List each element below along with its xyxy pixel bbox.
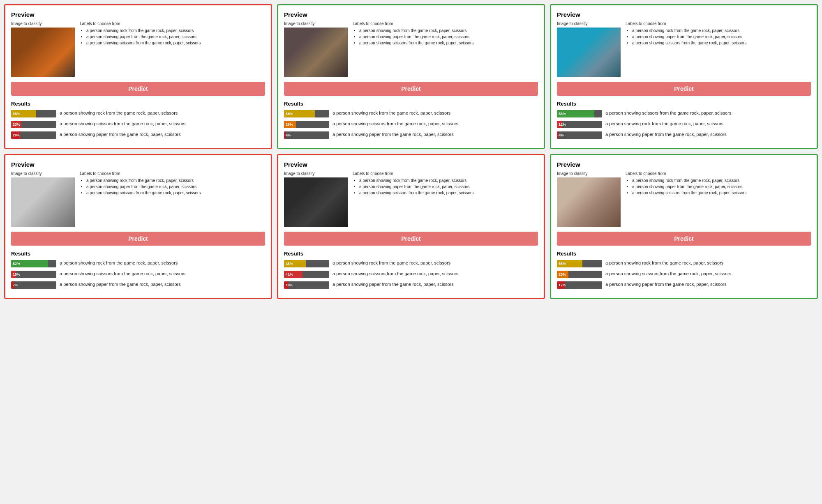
result-text-4-0: a person showing rock from the game rock… — [332, 260, 538, 266]
predict-button-0[interactable]: Predict — [11, 82, 265, 96]
bar-bg-5-1: 25% — [557, 271, 602, 278]
card-title-1: Preview — [284, 11, 538, 18]
bar-label-5-0: 56% — [559, 262, 566, 266]
labels-label-4: Labels to choose from — [353, 171, 538, 176]
label-list-5: a person showing rock from the game rock… — [626, 177, 811, 196]
bar-label-1-2: 4% — [286, 133, 291, 137]
preview-section-0: Image to classifyLabels to choose froma … — [11, 21, 265, 77]
label-item-3-2: a person showing scissors from the game … — [86, 190, 265, 196]
preview-right-2: Labels to choose froma person showing ro… — [626, 21, 811, 77]
result-row-1-2: 4%a person showing paper from the game r… — [284, 131, 538, 139]
preview-left-2: Image to classify — [557, 21, 621, 77]
preview-section-5: Image to classifyLabels to choose froma … — [557, 171, 811, 227]
image-label-5: Image to classify — [557, 171, 621, 176]
bar-bg-2-2: 4% — [557, 131, 602, 139]
card-card4: PreviewImage to classifyLabels to choose… — [4, 154, 272, 299]
bar-container-3-2: 7% — [11, 281, 56, 289]
result-row-5-1: 25%a person showing scissors from the ga… — [557, 271, 811, 278]
result-text-2-0: a person showing scissors from the game … — [605, 110, 811, 116]
labels-label-0: Labels to choose from — [80, 21, 265, 26]
image-label-3: Image to classify — [11, 171, 75, 176]
bar-bg-3-2: 7% — [11, 281, 56, 289]
bar-container-2-2: 4% — [557, 131, 602, 139]
card-card3: PreviewImage to classifyLabels to choose… — [550, 4, 818, 149]
predict-button-1[interactable]: Predict — [284, 82, 538, 96]
result-text-3-1: a person showing scissors from the game … — [60, 271, 265, 277]
card-card2: PreviewImage to classifyLabels to choose… — [277, 4, 545, 149]
preview-left-4: Image to classify — [284, 171, 348, 227]
preview-right-4: Labels to choose froma person showing ro… — [353, 171, 538, 227]
label-item-2-1: a person showing paper from the game roc… — [632, 34, 811, 40]
bar-bg-1-1: 26% — [284, 121, 329, 128]
label-item-4-2: a person showing scissors from the game … — [359, 190, 538, 196]
bar-label-4-2: 10% — [286, 283, 293, 287]
labels-label-1: Labels to choose from — [353, 21, 538, 26]
bar-container-4-0: 48% — [284, 260, 329, 267]
preview-image-4 — [284, 177, 348, 227]
result-text-1-0: a person showing rock from the game rock… — [332, 110, 538, 116]
result-row-5-2: 17%a person showing paper from the game … — [557, 281, 811, 289]
results-title-0: Results — [11, 101, 265, 107]
predict-button-5[interactable]: Predict — [557, 232, 811, 246]
result-row-4-2: 10%a person showing paper from the game … — [284, 281, 538, 289]
bar-bg-3-0: 82% — [11, 260, 56, 267]
bar-container-5-0: 56% — [557, 260, 602, 267]
preview-image-2 — [557, 28, 621, 77]
bar-bg-1-0: 68% — [284, 110, 329, 117]
result-row-2-0: 83%a person showing scissors from the ga… — [557, 110, 811, 117]
bar-label-0-2: 20% — [13, 133, 20, 137]
label-item-5-1: a person showing paper from the game roc… — [632, 184, 811, 190]
preview-left-5: Image to classify — [557, 171, 621, 227]
result-row-0-0: 55%a person showing rock from the game r… — [11, 110, 265, 117]
result-row-0-1: 23%a person showing scissors from the ga… — [11, 121, 265, 128]
result-row-3-2: 7%a person showing paper from the game r… — [11, 281, 265, 289]
card-title-4: Preview — [284, 161, 538, 168]
label-item-0-0: a person showing rock from the game rock… — [86, 28, 265, 34]
results-title-3: Results — [11, 251, 265, 257]
bar-bg-0-1: 23% — [11, 121, 56, 128]
card-title-0: Preview — [11, 11, 265, 18]
result-row-4-0: 48%a person showing rock from the game r… — [284, 260, 538, 267]
predict-button-4[interactable]: Predict — [284, 232, 538, 246]
bar-bg-1-2: 4% — [284, 131, 329, 139]
preview-image-1 — [284, 28, 348, 77]
preview-right-0: Labels to choose froma person showing ro… — [80, 21, 265, 77]
result-text-3-0: a person showing rock from the game rock… — [60, 260, 265, 266]
label-list-1: a person showing rock from the game rock… — [353, 28, 538, 46]
preview-image-0 — [11, 28, 75, 77]
bar-label-3-1: 10% — [13, 272, 20, 276]
bar-label-0-1: 23% — [13, 122, 20, 127]
card-title-5: Preview — [557, 161, 811, 168]
results-title-2: Results — [557, 101, 811, 107]
label-item-2-0: a person showing rock from the game rock… — [632, 28, 811, 34]
result-text-0-2: a person showing paper from the game roc… — [60, 131, 265, 138]
label-item-4-0: a person showing rock from the game rock… — [359, 177, 538, 184]
preview-section-4: Image to classifyLabels to choose froma … — [284, 171, 538, 227]
bar-bg-5-0: 56% — [557, 260, 602, 267]
preview-section-1: Image to classifyLabels to choose froma … — [284, 21, 538, 77]
result-text-5-2: a person showing paper from the game roc… — [605, 281, 811, 288]
result-text-3-2: a person showing paper from the game roc… — [60, 281, 265, 288]
card-title-2: Preview — [557, 11, 811, 18]
preview-right-1: Labels to choose froma person showing ro… — [353, 21, 538, 77]
result-row-4-1: 41%a person showing scissors from the ga… — [284, 271, 538, 278]
bar-bg-4-2: 10% — [284, 281, 329, 289]
results-title-5: Results — [557, 251, 811, 257]
bar-label-4-0: 48% — [286, 262, 293, 266]
bar-bg-0-0: 55% — [11, 110, 56, 117]
card-card6: PreviewImage to classifyLabels to choose… — [550, 154, 818, 299]
preview-right-5: Labels to choose froma person showing ro… — [626, 171, 811, 227]
labels-label-2: Labels to choose from — [626, 21, 811, 26]
result-row-3-1: 10%a person showing scissors from the ga… — [11, 271, 265, 278]
result-text-2-2: a person showing paper from the game roc… — [605, 131, 811, 138]
bar-bg-2-0: 83% — [557, 110, 602, 117]
label-item-0-1: a person showing paper from the game roc… — [86, 34, 265, 40]
label-list-2: a person showing rock from the game rock… — [626, 28, 811, 46]
image-label-4: Image to classify — [284, 171, 348, 176]
label-item-3-1: a person showing paper from the game roc… — [86, 184, 265, 190]
bar-label-2-1: 12% — [559, 122, 566, 127]
predict-button-3[interactable]: Predict — [11, 232, 265, 246]
predict-button-2[interactable]: Predict — [557, 82, 811, 96]
result-text-4-2: a person showing paper from the game roc… — [332, 281, 538, 288]
result-row-5-0: 56%a person showing rock from the game r… — [557, 260, 811, 267]
